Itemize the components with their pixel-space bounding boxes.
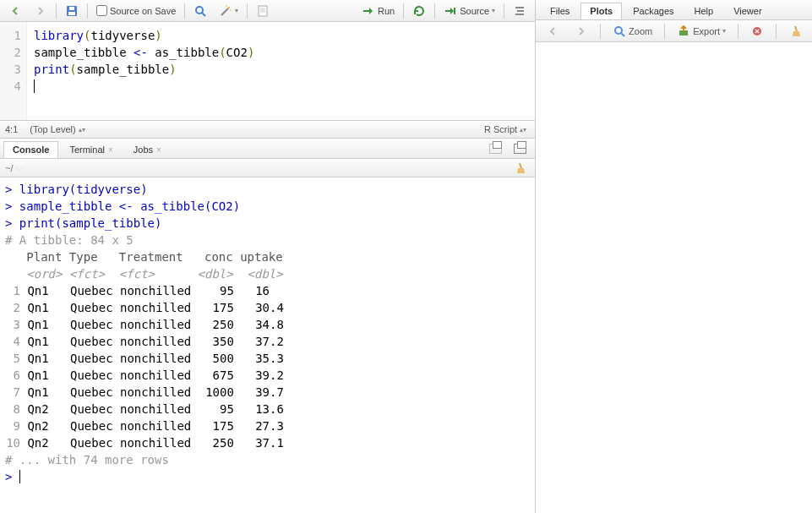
svg-line-19	[621, 33, 624, 36]
close-icon[interactable]: ×	[108, 145, 113, 155]
svg-point-7	[226, 5, 227, 6]
working-dir[interactable]: ~/ ☞	[5, 163, 23, 173]
source-on-save-toggle[interactable]: Source on Save	[93, 4, 179, 17]
run-icon	[362, 4, 375, 18]
rerun-button[interactable]	[409, 3, 429, 19]
separator	[600, 24, 601, 39]
svg-point-8	[231, 9, 232, 10]
source-label: Source	[460, 6, 489, 16]
source-toolbar: Source on Save ▾ Run Source ▾	[0, 0, 535, 22]
plots-toolbar: Zoom Export ▾	[536, 20, 812, 42]
source-editor[interactable]: 1234 library(tidyverse) sample_tibble <-…	[0, 22, 535, 120]
plots-canvas	[536, 42, 812, 513]
source-on-save-label: Source on Save	[110, 6, 176, 16]
console-line: > library(tidyverse)	[5, 183, 148, 196]
separator	[504, 3, 504, 19]
window-icon	[489, 144, 502, 154]
source-status-bar: 4:1 (Top Level) ▴▾ R Script ▴▾	[0, 120, 535, 139]
svg-line-24	[795, 26, 797, 31]
svg-point-18	[615, 27, 622, 34]
source-on-save-checkbox[interactable]	[96, 5, 107, 16]
scope-selector[interactable]: (Top Level) ▴▾	[26, 123, 88, 135]
console-line: > print(sample_tibble)	[5, 216, 161, 230]
remove-plot-button[interactable]	[747, 24, 767, 39]
separator	[87, 3, 88, 19]
find-button[interactable]	[190, 3, 210, 19]
wand-icon	[219, 4, 232, 18]
svg-rect-9	[259, 6, 267, 16]
separator	[56, 3, 57, 19]
console-subbar: ~/ ☞	[0, 159, 535, 177]
language-selector[interactable]: R Script ▴▾	[481, 123, 530, 135]
back-button[interactable]	[5, 3, 25, 19]
arrow-right-icon	[575, 25, 588, 38]
separator	[434, 3, 435, 19]
zoom-icon	[613, 25, 626, 38]
separator	[403, 3, 404, 19]
svg-rect-1	[68, 12, 75, 15]
separator	[664, 24, 665, 39]
window-icon	[514, 144, 526, 154]
save-icon	[65, 4, 79, 18]
wand-button[interactable]: ▾	[215, 3, 242, 19]
zoom-button[interactable]: Zoom	[609, 24, 656, 39]
separator	[776, 24, 777, 39]
source-icon	[444, 4, 457, 18]
tab-terminal[interactable]: Terminal×	[60, 141, 122, 158]
console-line: > sample_tibble <- as_tibble(CO2)	[5, 199, 240, 213]
remove-icon	[750, 25, 764, 38]
console-tabs: Console Terminal× Jobs×	[0, 139, 535, 159]
tibble-header: Plant Type Treatment conc uptake	[5, 250, 283, 264]
export-button[interactable]: Export ▾	[673, 24, 729, 39]
tibble-types: <ord> <fct> <fct> <dbl> <dbl>	[5, 267, 283, 281]
tibble-more: # ... with 74 more rows	[5, 453, 169, 467]
maximize-pane-button[interactable]	[510, 143, 530, 155]
arrow-left-icon	[546, 25, 559, 38]
tab-console[interactable]: Console	[3, 141, 58, 158]
tab-plots[interactable]: Plots	[580, 3, 622, 19]
broom-icon	[513, 161, 526, 175]
outline-icon	[513, 4, 526, 18]
tab-packages[interactable]: Packages	[624, 3, 683, 19]
svg-point-6	[228, 7, 230, 8]
export-icon	[677, 25, 690, 38]
close-icon[interactable]: ×	[156, 145, 161, 155]
svg-rect-2	[69, 7, 74, 10]
svg-line-4	[202, 13, 205, 16]
separator	[184, 3, 185, 19]
plot-forward-button[interactable]	[571, 24, 591, 39]
arrow-left-icon	[8, 4, 22, 18]
compile-button[interactable]	[253, 3, 273, 19]
run-button[interactable]: Run	[358, 3, 398, 19]
tibble-meta: # A tibble: 84 x 5	[5, 233, 134, 247]
svg-line-17	[520, 163, 521, 168]
source-button[interactable]: Source ▾	[440, 3, 499, 19]
cursor-position: 4:1	[5, 124, 18, 134]
outline-button[interactable]	[510, 3, 530, 19]
tab-help[interactable]: Help	[685, 3, 723, 19]
right-pane-tabs: Files Plots Packages Help Viewer	[536, 0, 812, 20]
tab-files[interactable]: Files	[541, 3, 579, 19]
run-label: Run	[378, 6, 395, 16]
broom-icon	[788, 25, 802, 38]
code-area[interactable]: library(tidyverse) sample_tibble <- as_t…	[27, 22, 261, 120]
console-output[interactable]: > library(tidyverse) > sample_tibble <- …	[0, 177, 535, 513]
svg-point-3	[196, 7, 203, 14]
tab-jobs[interactable]: Jobs×	[124, 141, 171, 158]
search-icon	[193, 4, 207, 18]
plot-back-button[interactable]	[542, 24, 563, 39]
separator	[738, 24, 738, 39]
report-icon	[256, 4, 270, 18]
svg-line-5	[221, 8, 228, 15]
clear-plots-button[interactable]	[785, 24, 805, 39]
clear-console-button[interactable]	[510, 161, 530, 176]
console-prompt[interactable]: >	[5, 470, 19, 483]
rerun-icon	[412, 4, 426, 18]
separator	[247, 3, 248, 19]
minimize-pane-button[interactable]	[486, 143, 505, 155]
line-gutter: 1234	[0, 22, 27, 120]
forward-button[interactable]	[30, 3, 51, 19]
save-button[interactable]	[62, 3, 82, 19]
tab-viewer[interactable]: Viewer	[724, 3, 771, 19]
arrow-right-icon	[34, 4, 47, 18]
